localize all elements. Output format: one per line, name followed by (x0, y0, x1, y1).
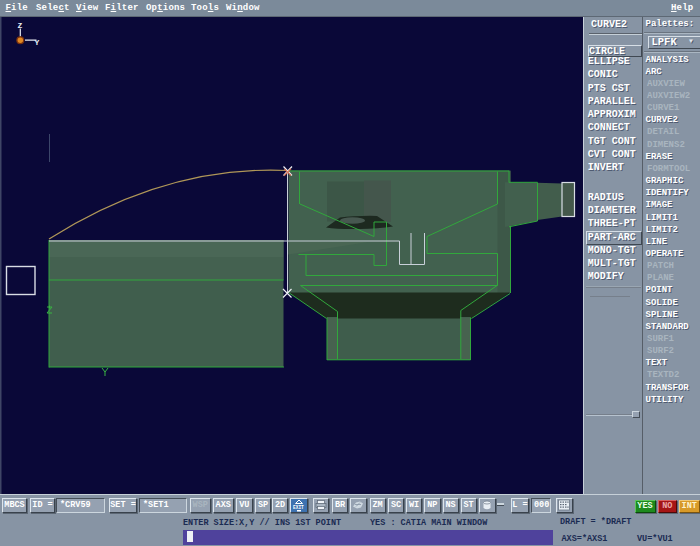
svg-text:EXIT: EXIT (293, 505, 304, 510)
svg-text:Z: Z (18, 21, 23, 30)
svg-text:Y: Y (35, 38, 40, 47)
